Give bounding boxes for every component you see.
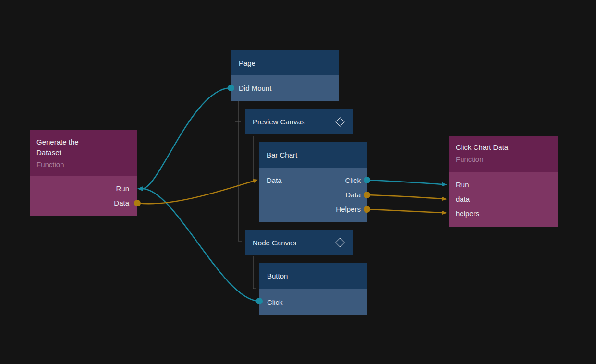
input-label-helpers: helpers	[449, 209, 479, 218]
port-row-run[interactable]: Run	[30, 181, 137, 195]
node-title: Generate the Dataset	[36, 137, 99, 158]
node-title: Preview Canvas	[253, 118, 304, 126]
port-row[interactable]: Data	[259, 187, 367, 202]
port-label-data: Data	[114, 199, 137, 207]
tree-line-preview-to-barchart	[253, 136, 256, 179]
node-preview-canvas-header[interactable]: Preview Canvas	[245, 109, 353, 134]
node-bar-chart-body: Data Click Data Helpers	[259, 168, 367, 222]
node-subtitle: Function	[36, 159, 99, 170]
node-button-header[interactable]: Button	[259, 263, 367, 289]
port-row-click[interactable]: Click	[259, 289, 367, 315]
input-label-run: Run	[449, 181, 469, 189]
edge-didmount-to-generate-run[interactable]	[142, 88, 231, 189]
diamond-icon	[335, 117, 345, 127]
node-title: Page	[239, 59, 255, 67]
edge-buttonclick-to-generate-run[interactable]	[142, 189, 259, 301]
edge-barchart-click-to-run[interactable]	[367, 180, 442, 184]
node-page[interactable]: Page Did Mount	[231, 50, 339, 101]
diamond-icon	[335, 238, 345, 247]
node-title: Node Canvas	[253, 239, 296, 247]
edge-generate-data-to-barchart-data[interactable]	[138, 181, 254, 204]
port-row[interactable]: Helpers	[259, 202, 367, 216]
port-label-run: Run	[116, 184, 137, 193]
port-label-did-mount: Did Mount	[239, 84, 271, 92]
port-row-did-mount[interactable]: Did Mount	[231, 75, 339, 101]
port-row-helpers[interactable]: helpers	[449, 206, 558, 220]
node-title: Bar Chart	[267, 151, 297, 159]
port-row[interactable]: Data Click	[259, 173, 367, 187]
node-generate-dataset[interactable]: Generate the Dataset Function Run Data	[30, 130, 137, 216]
node-title: Click Chart Data	[456, 142, 508, 153]
edge-barchart-data-to-data[interactable]	[367, 195, 442, 199]
port-row-data[interactable]: data	[449, 192, 558, 206]
node-click-chart-data-header[interactable]: Click Chart Data Function	[449, 136, 558, 172]
node-node-canvas[interactable]: Node Canvas	[245, 230, 353, 255]
node-generate-dataset-body: Run Data	[30, 176, 137, 216]
input-label-data: data	[449, 195, 470, 203]
node-subtitle: Function	[456, 154, 508, 165]
tree-line-nodecanvas-to-button	[253, 256, 256, 289]
node-click-chart-data[interactable]: Click Chart Data Function Run data helpe…	[449, 136, 558, 227]
node-button[interactable]: Button Click	[259, 263, 367, 315]
port-row-data[interactable]: Data	[30, 195, 137, 210]
port-row-run[interactable]: Run	[449, 177, 558, 192]
node-page-header[interactable]: Page	[231, 50, 339, 75]
output-label-click: Click	[345, 176, 368, 184]
tree-line-page-children	[238, 101, 242, 241]
output-label-data: Data	[345, 191, 367, 199]
node-title: Button	[267, 272, 288, 280]
node-preview-canvas[interactable]: Preview Canvas	[245, 109, 353, 134]
node-generate-dataset-header[interactable]: Generate the Dataset Function	[30, 130, 137, 176]
node-bar-chart-header[interactable]: Bar Chart	[259, 142, 367, 168]
port-label-click: Click	[267, 298, 283, 306]
edge-barchart-helpers-to-helpers[interactable]	[367, 209, 442, 213]
output-label-helpers: Helpers	[336, 205, 367, 213]
node-bar-chart[interactable]: Bar Chart Data Click Data Helpers	[259, 142, 367, 222]
input-label-data: Data	[259, 176, 282, 184]
node-node-canvas-header[interactable]: Node Canvas	[245, 230, 353, 255]
node-click-chart-data-body: Run data helpers	[449, 172, 558, 227]
flow-editor-canvas[interactable]: Generate the Dataset Function Run Data P…	[0, 0, 596, 364]
